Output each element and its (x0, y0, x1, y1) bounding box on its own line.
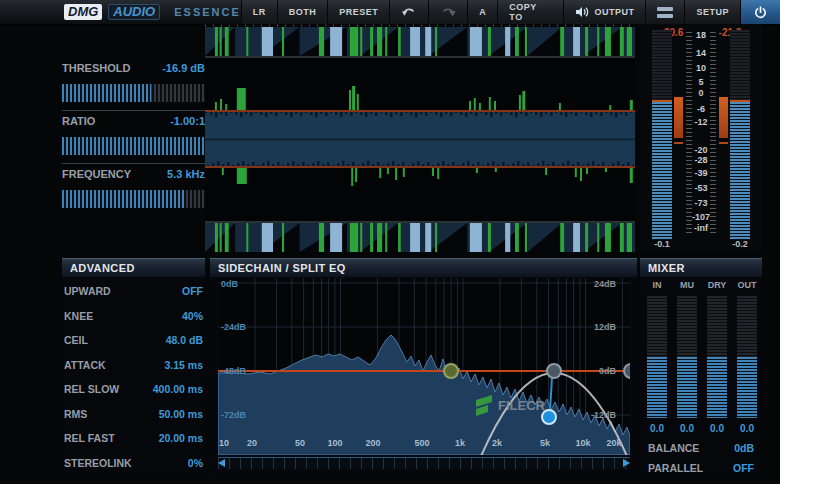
eq-graph[interactable]: FILECR 0dB -24dB -48dB -72dB 24dB 12dB 0… (218, 278, 630, 455)
power-button[interactable] (740, 0, 780, 24)
frequency-slider[interactable] (62, 190, 205, 208)
rms-label: RMS (64, 408, 87, 420)
preset-button[interactable]: PRESET (327, 0, 389, 24)
speaker-icon (575, 6, 589, 18)
eq-left-0db: 0dB (221, 279, 238, 289)
scroll-right-arrow-icon[interactable] (623, 459, 630, 467)
eq-right-0db: 0dB (599, 366, 616, 376)
gr-peak-tick-left (674, 142, 683, 144)
titlebar-buttons: LR BOTH PRESET A COPY TO OUTPUT SETUP (241, 0, 780, 24)
mu-value[interactable]: 0.0 (680, 423, 694, 434)
rel-slow-row: REL SLOW400.00 ms (64, 383, 203, 395)
dry-label: DRY (708, 280, 727, 296)
ratio-label: RATIO (62, 115, 95, 127)
eq-left-m72db: -72dB (221, 410, 246, 420)
ratio-slider[interactable] (62, 137, 205, 155)
out-value[interactable]: 0.0 (740, 423, 754, 434)
meter-options-button[interactable] (645, 0, 684, 24)
out-fader[interactable] (737, 296, 757, 418)
knee-label: KNEE (64, 310, 93, 322)
redo-button[interactable] (428, 0, 467, 24)
threshold-slider[interactable] (62, 84, 205, 102)
ab-button[interactable]: A (467, 0, 497, 24)
rel-fast-value[interactable]: 20.00 ms (159, 432, 203, 444)
attack-value[interactable]: 3.15 ms (164, 359, 203, 371)
scale-m28: -28 (685, 155, 717, 165)
scale-5: 5 (685, 77, 717, 87)
scale-m12: -12 (685, 117, 717, 127)
logo-audio: AUDIO (108, 4, 160, 20)
scale-m107: -107 (685, 212, 717, 222)
frequency-label: FREQUENCY (62, 168, 131, 180)
undo-button[interactable] (389, 0, 428, 24)
scale-0: 0 (685, 88, 717, 98)
advanced-header: ADVANCED (62, 258, 205, 277)
scroll-left-arrow-icon[interactable] (218, 459, 225, 467)
attack-row: ATTACK3.15 ms (64, 359, 203, 371)
level-meter-panel: -20.6 -21.2 18 14 10 5 0 -6 -12 -20 -28 … (640, 24, 762, 252)
rel-fast-row: REL FAST20.00 ms (64, 432, 203, 444)
svg-text:FILECR: FILECR (498, 398, 546, 413)
waveform-graphic (205, 24, 635, 252)
freq-20k: 20k (606, 438, 621, 448)
ratio-value[interactable]: -1.00:1 (170, 115, 205, 127)
logo-dmg: DMG (64, 4, 102, 20)
output-button[interactable]: OUTPUT (563, 0, 645, 24)
both-button[interactable]: BOTH (277, 0, 328, 24)
stereolink-label: STEREOLINK (64, 457, 132, 469)
freq-10: 10 (219, 438, 229, 448)
out-label: OUT (738, 280, 757, 296)
dry-value[interactable]: 0.0 (710, 423, 724, 434)
stereolink-value[interactable]: 0% (188, 457, 203, 469)
meter-right-channel (730, 30, 750, 240)
rms-row: RMS50.00 ms (64, 408, 203, 420)
in-channel: IN 0.0 (646, 280, 668, 434)
peak-left: -0.1 (648, 239, 676, 249)
threshold-value[interactable]: -16.9 dB (162, 62, 205, 74)
ceil-value[interactable]: 48.0 dB (166, 334, 203, 346)
scale-m6: -6 (685, 104, 717, 114)
meter-left-channel (652, 30, 672, 240)
rel-slow-label: REL SLOW (64, 383, 119, 395)
freq-500: 500 (414, 438, 429, 448)
redo-icon (440, 6, 456, 18)
scale-m20: -20 (685, 145, 717, 155)
waveform-display[interactable] (205, 24, 635, 252)
freq-10k: 10k (575, 438, 590, 448)
ceil-row: CEIL48.0 dB (64, 334, 203, 346)
lr-button[interactable]: LR (241, 0, 277, 24)
threshold-label: THRESHOLD (62, 62, 130, 74)
rms-value[interactable]: 50.00 ms (159, 408, 203, 420)
eq-left-m48db: -48dB (221, 366, 246, 376)
mu-fader[interactable] (677, 296, 697, 418)
parallel-row: PARALLEL OFF (648, 462, 754, 474)
scale-14: 14 (685, 48, 717, 58)
balance-value[interactable]: 0dB (734, 442, 754, 454)
undo-icon (401, 6, 417, 18)
upward-value[interactable]: OFF (182, 285, 203, 297)
mu-label: MU (680, 280, 694, 296)
mixer-header: MIXER (640, 258, 762, 277)
knee-value[interactable]: 40% (182, 310, 203, 322)
sidechain-eq-panel: SIDECHAIN / SPLIT EQ FILECR 0dB -24dB -4… (210, 258, 637, 478)
setup-button[interactable]: SETUP (684, 0, 740, 24)
ceil-label: CEIL (64, 334, 88, 346)
freq-50: 50 (295, 438, 305, 448)
attack-label: ATTACK (64, 359, 106, 371)
titlebar: DMG AUDIO ESSENCE LR BOTH PRESET A COPY … (0, 0, 780, 25)
dry-fader[interactable] (707, 296, 727, 418)
rel-slow-value[interactable]: 400.00 ms (153, 383, 203, 395)
frequency-value[interactable]: 5.3 kHz (167, 168, 205, 180)
advanced-rows: UPWARDOFF KNEE40% CEIL48.0 dB ATTACK3.15… (62, 277, 205, 475)
gain-reduction-right (719, 97, 728, 138)
parallel-value[interactable]: OFF (733, 462, 754, 474)
in-fader[interactable] (647, 296, 667, 418)
in-value[interactable]: 0.0 (650, 423, 664, 434)
freq-200: 200 (365, 438, 380, 448)
scale-18: 18 (685, 30, 717, 40)
scale-m39: -39 (685, 168, 717, 178)
gr-peak-tick-right (719, 142, 728, 144)
power-icon (754, 6, 767, 19)
eq-zoom-scrollbar[interactable] (218, 457, 630, 469)
copy-to-button[interactable]: COPY TO (497, 0, 563, 24)
